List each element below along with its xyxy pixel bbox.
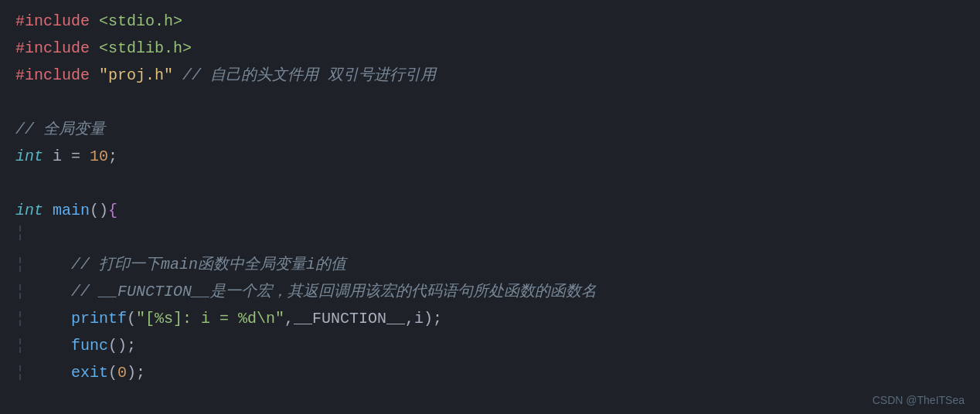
printf-args: ,__FUNCTION__,i);	[284, 305, 442, 332]
vertical-bar-empty: ¦	[15, 224, 25, 242]
empty-line-2	[15, 170, 965, 197]
code-line-comment1: ¦ // 打印一下main函数中全局变量i的值	[15, 251, 965, 278]
code-line-8: int main(){	[15, 197, 965, 224]
open-brace-main: {	[108, 197, 117, 224]
vertical-bar-1: ¦	[15, 251, 25, 278]
main-parens: ()	[90, 197, 108, 224]
exit-func: exit	[71, 359, 108, 386]
watermark: CSDN @TheITSea	[873, 394, 965, 406]
printf-open: (	[127, 305, 136, 332]
keyword-int-1: int	[15, 143, 43, 170]
space-3b	[173, 62, 182, 89]
space-2	[90, 35, 99, 62]
include-path-3: "proj.h"	[99, 62, 173, 89]
include-path-2: <stdlib.h>	[99, 35, 192, 62]
hash-1: #	[15, 8, 25, 35]
comment-global: // 全局变量	[15, 116, 105, 143]
include-path-1: <stdio.h>	[99, 8, 182, 35]
directive-1: include	[25, 8, 90, 35]
empty-line-1	[15, 89, 965, 116]
space-1	[90, 8, 99, 35]
global-rest: i =	[43, 143, 90, 170]
space-3	[90, 62, 99, 89]
code-line-comment2: ¦ // __FUNCTION__是一个宏，其返回调用该宏的代码语句所处函数的函…	[15, 278, 965, 305]
code-line-2: #include <stdlib.h>	[15, 35, 965, 62]
hash-3: #	[15, 62, 25, 89]
vertical-bar-4: ¦	[15, 332, 25, 359]
func-call: func	[71, 332, 108, 359]
vertical-bar-3: ¦	[15, 305, 25, 332]
printf-func: printf	[71, 305, 127, 332]
number-10: 10	[90, 143, 108, 170]
keyword-int-2: int	[15, 197, 43, 224]
empty-line-3: ¦	[15, 224, 965, 251]
vertical-bar-2: ¦	[15, 278, 25, 305]
exit-open: (	[108, 359, 117, 386]
code-line-6: int i = 10;	[15, 143, 965, 170]
comment-3: // 自己的头文件用 双引号进行引用	[182, 62, 436, 89]
code-editor: #include <stdio.h> #include <stdlib.h> #…	[0, 0, 980, 414]
code-line-func: ¦ func();	[15, 332, 965, 359]
exit-zero: 0	[117, 359, 127, 386]
printf-string: "[%s]: i = %d\n"	[136, 305, 284, 332]
function-main: main	[53, 197, 90, 224]
code-line-5: // 全局变量	[15, 116, 965, 143]
code-line-3: #include "proj.h" // 自己的头文件用 双引号进行引用	[15, 62, 965, 89]
comment-func-macro: // __FUNCTION__是一个宏，其返回调用该宏的代码语句所处函数的函数名	[71, 278, 597, 305]
vertical-bar-5: ¦	[15, 359, 25, 386]
code-line-1: #include <stdio.h>	[15, 8, 965, 35]
directive-3: include	[25, 62, 90, 89]
code-line-printf: ¦ printf("[%s]: i = %d\n",__FUNCTION__,i…	[15, 305, 965, 332]
semi-1: ;	[108, 143, 117, 170]
code-line-exit: ¦ exit(0);	[15, 359, 965, 386]
func-parens: ();	[108, 332, 136, 359]
directive-2: include	[25, 35, 90, 62]
hash-2: #	[15, 35, 25, 62]
exit-close: );	[127, 359, 145, 386]
space-main	[43, 197, 53, 224]
empty-line-4	[15, 386, 965, 413]
comment-print: // 打印一下main函数中全局变量i的值	[71, 251, 346, 278]
